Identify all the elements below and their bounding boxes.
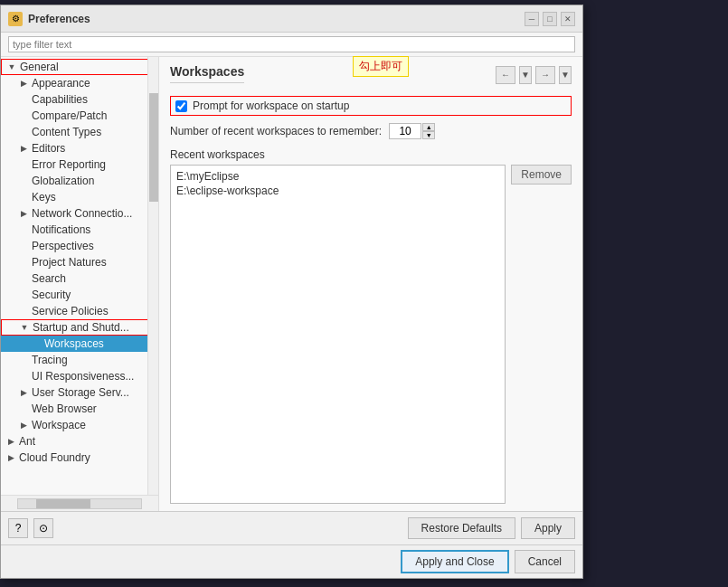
tree-item-label-capabilities: Capabilities [32, 93, 88, 106]
maximize-button[interactable]: □ [543, 12, 557, 26]
title-bar: ⚙ Preferences ─ □ ✕ [1, 5, 582, 33]
main-content: ▼General▶AppearanceCapabilitiesCompare/P… [1, 57, 582, 511]
expand-icon-security [17, 289, 30, 301]
apply-button[interactable]: Apply [521, 517, 575, 539]
right-panel: Workspaces ← ▼ → ▼ Prompt for workspace … [159, 57, 582, 511]
window-controls: ─ □ ✕ [525, 12, 575, 26]
tree-item-editors[interactable]: ▶Editors [1, 140, 158, 156]
bottom-right-buttons: Restore Defaults Apply [408, 517, 575, 539]
tree-item-label-content-types: Content Types [32, 126, 101, 138]
tree-item-appearance[interactable]: ▶Appearance [1, 75, 158, 91]
help-button[interactable]: ? [8, 518, 28, 538]
dialog-icon: ⚙ [8, 12, 23, 26]
expand-icon-cloud-foundry: ▶ [5, 451, 17, 464]
tree-item-service-policies[interactable]: Service Policies [1, 303, 158, 319]
forward-button[interactable]: → [535, 66, 555, 84]
tree-item-ant[interactable]: ▶Ant [1, 433, 158, 450]
tree-item-user-storage[interactable]: ▶User Storage Serv... [1, 384, 158, 401]
restore-defaults-button[interactable]: Restore Defaults [408, 517, 515, 539]
preferences-dialog: ⚙ Preferences ─ □ ✕ ▼General▶AppearanceC… [0, 5, 583, 579]
tree-item-general[interactable]: ▼General [1, 59, 158, 75]
tree-item-label-cloud-foundry: Cloud Foundry [19, 451, 90, 464]
tree-item-workspaces[interactable]: Workspaces [1, 336, 158, 352]
tree-item-label-workspace-top: Workspace [32, 419, 86, 431]
expand-icon-capabilities [17, 93, 30, 106]
expand-icon-perspectives [17, 240, 30, 252]
filter-bar [1, 33, 582, 57]
apply-and-close-button[interactable]: Apply and Close [401, 550, 508, 573]
expand-icon-project-natures [17, 256, 30, 269]
scrollbar-thumb [149, 93, 158, 202]
tree-item-label-globalization: Globalization [32, 175, 94, 187]
tree-item-label-ui-responsiveness: UI Responsiveness... [32, 370, 134, 383]
remove-button[interactable]: Remove [511, 165, 572, 185]
recent-count-label: Number of recent workspaces to remember: [170, 125, 382, 137]
startup-checkbox[interactable] [175, 100, 187, 112]
filter-input[interactable] [8, 36, 575, 52]
close-button[interactable]: ✕ [561, 12, 575, 26]
expand-icon-startup-shutdown: ▼ [18, 321, 31, 334]
tree-item-network-connections[interactable]: ▶Network Connectio... [1, 205, 158, 222]
expand-icon-content-types [17, 126, 30, 138]
tree-item-label-general: General [20, 61, 59, 73]
expand-icon-user-storage: ▶ [17, 386, 30, 399]
minimize-button[interactable]: ─ [525, 12, 539, 26]
forward-dropdown-button[interactable]: ▼ [559, 66, 572, 84]
tree-vertical-scrollbar[interactable] [147, 57, 158, 495]
tree-item-search[interactable]: Search [1, 270, 158, 287]
workspace-item[interactable]: E:\eclipse-workspace [175, 184, 501, 198]
recent-workspaces-label: Recent workspaces [170, 148, 572, 161]
workspace-side-buttons: Remove [511, 165, 572, 504]
panel-toolbar: ← ▼ → ▼ [496, 66, 572, 84]
count-spin-up[interactable]: ▲ [422, 123, 435, 131]
tree-item-cloud-foundry[interactable]: ▶Cloud Foundry [1, 450, 158, 466]
settings-icon-button[interactable]: ⊙ [33, 518, 53, 538]
tree-item-notifications[interactable]: Notifications [1, 222, 158, 238]
tree-item-ui-responsiveness[interactable]: UI Responsiveness... [1, 368, 158, 384]
tree-item-content-types[interactable]: Content Types [1, 124, 158, 140]
back-button[interactable]: ← [496, 66, 515, 84]
tree-item-keys[interactable]: Keys [1, 189, 158, 205]
tree-panel: ▼General▶AppearanceCapabilitiesCompare/P… [1, 57, 159, 511]
expand-icon-network-connections: ▶ [17, 207, 30, 220]
tree-item-workspace-top[interactable]: ▶Workspace [1, 417, 158, 433]
expand-icon-notifications [17, 223, 30, 236]
tree-item-startup-shutdown[interactable]: ▼Startup and Shutd... [1, 319, 158, 336]
tree-item-label-network-connections: Network Connectio... [32, 207, 132, 220]
tree-item-label-ant: Ant [19, 435, 35, 448]
workspace-item[interactable]: E:\myEclipse [175, 169, 501, 184]
cancel-button[interactable]: Cancel [515, 550, 575, 573]
tree-item-compare-patch[interactable]: Compare/Patch [1, 108, 158, 124]
workspace-startup-checkbox-row: Prompt for workspace on startup [170, 96, 572, 116]
tree-item-security[interactable]: Security [1, 287, 158, 303]
tree-item-label-service-policies: Service Policies [32, 305, 109, 317]
tree-item-label-notifications: Notifications [32, 223, 90, 236]
tree-item-perspectives[interactable]: Perspectives [1, 238, 158, 254]
tree-item-label-keys: Keys [32, 191, 56, 204]
workspaces-area: E:\myEclipseE:\eclipse-workspace Remove [170, 165, 572, 504]
bottom-left-buttons: ? ⊙ [8, 518, 53, 538]
tree-horizontal-scrollbar[interactable] [1, 495, 158, 511]
expand-icon-compare-patch [17, 109, 30, 122]
tree-item-tracing[interactable]: Tracing [1, 352, 158, 368]
expand-icon-ant: ▶ [5, 435, 17, 448]
expand-icon-globalization [17, 175, 30, 187]
recent-count-input[interactable]: 10 [389, 123, 421, 139]
tree-item-globalization[interactable]: Globalization [1, 173, 158, 189]
workspace-list: E:\myEclipseE:\eclipse-workspace [170, 165, 506, 504]
tree-item-label-startup-shutdown: Startup and Shutd... [33, 321, 129, 334]
startup-checkbox-label: Prompt for workspace on startup [193, 99, 349, 112]
expand-icon-search [17, 272, 30, 285]
tree-item-label-editors: Editors [32, 142, 65, 155]
h-scrollbar-thumb [36, 499, 90, 508]
back-dropdown-button[interactable]: ▼ [519, 66, 532, 84]
expand-icon-service-policies [17, 305, 30, 317]
tree-item-web-browser[interactable]: Web Browser [1, 401, 158, 417]
tree-item-project-natures[interactable]: Project Natures [1, 254, 158, 270]
expand-icon-web-browser [17, 402, 30, 415]
tree-item-error-reporting[interactable]: Error Reporting [1, 156, 158, 173]
expand-icon-keys [17, 191, 30, 204]
count-spin-down[interactable]: ▼ [422, 131, 435, 139]
dialog-action-bar: Apply and Close Cancel [1, 544, 582, 578]
tree-item-capabilities[interactable]: Capabilities [1, 91, 158, 108]
